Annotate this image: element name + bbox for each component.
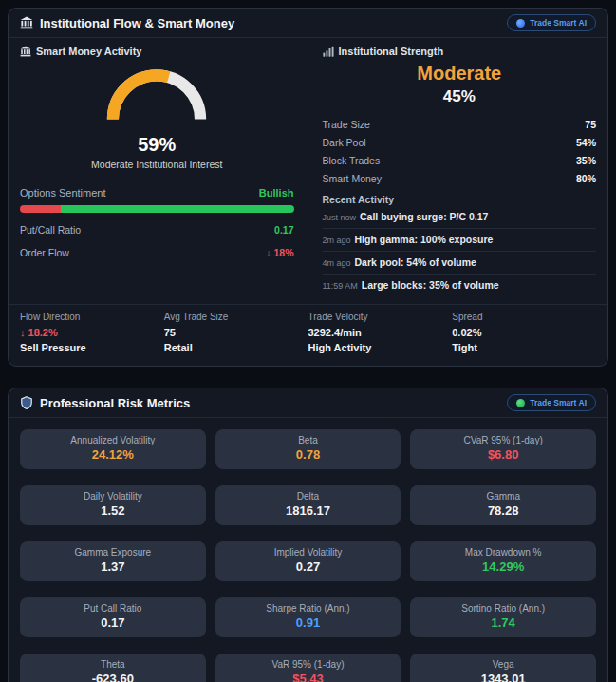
options-sentiment-value: Bullish [259,187,294,199]
institutional-interest-gauge [20,66,294,125]
ai-badge-label: Trade Smart AI [530,18,587,28]
activity-row: 11:59 AMLarge blocks: 35% of volume [323,275,597,296]
strength-metric-row: Trade Size 75 [323,115,597,133]
sentiment-bar-red [20,205,61,213]
risk-metric-card: Theta -623.60 [20,654,206,682]
risk-metric-label: VaR 95% (1-day) [223,659,394,670]
smart-money-activity-header: Smart Money Activity [20,46,294,57]
flow-kv-row: Put/Call Ratio 0.17 [20,224,294,236]
flow-stat-value: 3292.4/min [308,327,453,340]
options-sentiment-label: Options Sentiment [20,187,106,199]
risk-metric-value: 1.52 [28,503,198,518]
gauge-sublabel: Moderate Institutional Interest [20,159,294,170]
risk-metrics-grid: Annualized Volatility 24.12% Beta 0.78 C… [9,418,607,682]
risk-metric-value: 0.27 [223,559,394,574]
recent-activity-title: Recent Activity [323,194,597,205]
risk-metric-card: Max Drawdown % 14.29% [410,541,596,581]
bank-icon [20,46,31,57]
risk-metric-card: Beta 0.78 [215,429,401,469]
flow-kv-label: Put/Call Ratio [20,224,81,236]
flow-stat-sub: Sell Pressure [20,342,164,355]
activity-text: Dark pool: 54% of volume [355,256,476,268]
activity-row: Just nowCall buying surge: P/C 0.17 [323,206,597,229]
trade-smart-ai-badge-2[interactable]: Trade Smart AI [507,394,596,411]
risk-metric-value: 1343.01 [418,672,588,682]
strength-metric-value: 54% [576,137,596,148]
strength-metric-label: Dark Pool [323,137,366,148]
strength-metric-row: Block Trades 35% [323,151,597,169]
panel1-header: Institutional Flow & Smart Money Trade S… [9,9,607,38]
risk-metric-label: Gamma Exposure [28,547,198,558]
sentiment-bar-green [61,205,293,213]
risk-metric-card: Gamma 78.28 [410,485,596,525]
risk-metric-value: 14.29% [418,559,588,574]
panel1-title-text: Institutional Flow & Smart Money [40,16,234,30]
risk-metric-value: 24.12% [28,447,198,462]
risk-metric-label: Daily Volatility [28,491,198,502]
flow-stat: Avg Trade Size 75 Retail [164,312,308,355]
risk-metric-value: 0.17 [28,616,198,630]
flow-stat-sub: High Activity [308,342,453,355]
gauge-percent: 59% [20,134,294,156]
flow-stats-row: Flow Direction ↓ 18.2% Sell Pressure Avg… [9,304,607,366]
risk-metric-label: CVaR 95% (1-day) [418,435,588,445]
activity-time: 4m ago [323,258,351,268]
activity-time: 11:59 AM [323,281,358,291]
risk-metric-value: 1816.17 [223,503,394,518]
flow-stat-sub: Tight [452,342,596,355]
risk-metric-card: Implied Volatility 0.27 [215,541,401,581]
risk-metric-value: 78.28 [418,503,588,518]
risk-metric-label: Put Call Ratio [28,603,198,614]
ai-status-icon [516,399,525,407]
risk-metric-label: Gamma [418,491,588,502]
risk-metric-card: Sortino Ratio (Ann.) 1.74 [410,597,596,637]
flow-stat: Flow Direction ↓ 18.2% Sell Pressure [20,312,164,355]
risk-metric-card: Delta 1816.17 [215,485,401,525]
risk-metric-card: Annualized Volatility 24.12% [20,429,206,469]
panel2-title-text: Professional Risk Metrics [40,396,190,410]
risk-metric-card: Daily Volatility 1.52 [20,485,206,525]
bank-icon [20,16,33,29]
flow-kv-label: Order Flow [20,247,69,258]
strength-metrics: Trade Size 75 Dark Pool 54% Block Trades… [323,115,597,187]
institutional-strength-header: Institutional Strength [323,46,597,57]
risk-metric-card: Put Call Ratio 0.17 [20,597,206,637]
risk-metric-value: 1.74 [418,616,588,630]
risk-metric-value: 1.37 [28,559,198,574]
institutional-strength-section: Institutional Strength Moderate 45% Trad… [323,46,597,296]
risk-metric-label: Annualized Volatility [28,435,198,445]
shield-icon [20,396,33,409]
strength-metric-row: Smart Money 80% [323,169,597,187]
trade-smart-ai-badge-1[interactable]: Trade Smart AI [507,14,596,31]
institutional-flow-panel: Institutional Flow & Smart Money Trade S… [8,8,608,367]
flow-kv-list: Put/Call Ratio 0.17 Order Flow ↓ 18% [20,224,294,258]
risk-metric-label: Implied Volatility [223,547,394,558]
risk-metrics-panel: Professional Risk Metrics Trade Smart AI… [8,388,608,682]
risk-metric-label: Delta [223,491,394,502]
ai-badge-label: Trade Smart AI [530,398,587,407]
strength-metric-value: 80% [576,173,596,184]
activity-time: 2m ago [323,236,351,245]
flow-stat-value: 0.02% [452,327,596,340]
risk-metric-label: Sortino Ratio (Ann.) [418,603,588,614]
risk-metric-card: Vega 1343.01 [410,654,596,682]
flow-stat-value: ↓ 18.2% [20,327,164,340]
flow-stat-label: Avg Trade Size [164,312,308,324]
flow-stat: Trade Velocity 3292.4/min High Activity [308,312,453,355]
strength-metric-label: Trade Size [323,119,370,130]
risk-metric-label: Max Drawdown % [418,547,588,558]
risk-metric-label: Beta [223,435,394,445]
activity-text: High gamma: 100% exposure [355,234,494,245]
recent-activity-list: Just nowCall buying surge: P/C 0.17 2m a… [323,206,597,296]
risk-metric-label: Sharpe Ratio (Ann.) [223,603,394,614]
panel1-title: Institutional Flow & Smart Money [20,16,234,30]
risk-metric-label: Theta [28,659,198,670]
risk-metric-value: 0.91 [223,616,394,630]
ai-globe-icon [516,19,525,28]
risk-metric-card: CVaR 95% (1-day) $6.80 [410,429,596,469]
risk-metric-value: -623.60 [28,672,198,682]
flow-kv-row: Order Flow ↓ 18% [20,247,294,258]
strength-metric-value: 35% [576,155,596,166]
strength-metric-label: Smart Money [323,173,382,184]
flow-stat-value: 75 [164,327,308,340]
